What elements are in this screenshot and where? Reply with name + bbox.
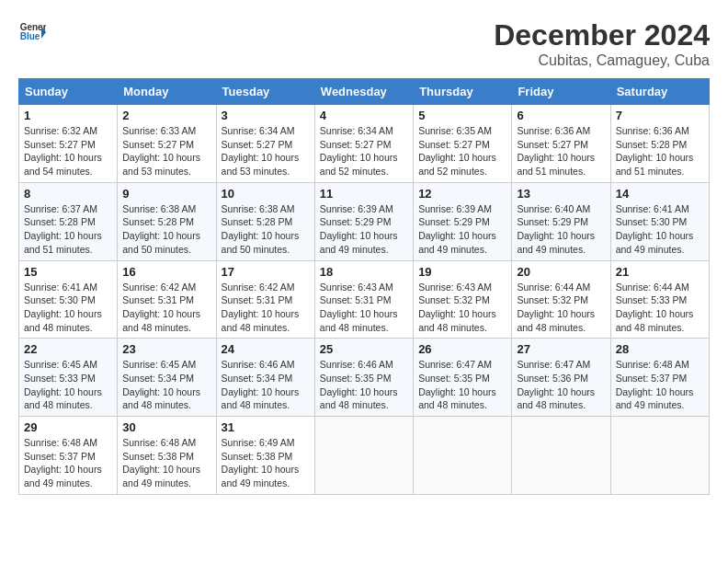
daylight-text: Daylight: 10 hours and 49 minutes.	[517, 230, 595, 255]
daylight-text: Daylight: 10 hours and 49 minutes.	[616, 386, 694, 411]
day-info: Sunrise: 6:41 AM Sunset: 5:30 PM Dayligh…	[24, 281, 112, 335]
weekday-header-friday: Friday	[512, 79, 610, 105]
day-number: 4	[320, 109, 408, 122]
sunrise-text: Sunrise: 6:46 AM	[320, 359, 393, 370]
day-number: 26	[418, 342, 506, 356]
daylight-text: Daylight: 10 hours and 54 minutes.	[24, 152, 102, 177]
daylight-text: Daylight: 10 hours and 51 minutes.	[517, 152, 595, 177]
sunrise-text: Sunrise: 6:36 AM	[517, 125, 590, 136]
day-info: Sunrise: 6:43 AM Sunset: 5:31 PM Dayligh…	[320, 281, 408, 335]
day-number: 15	[24, 265, 112, 279]
sunrise-text: Sunrise: 6:44 AM	[517, 282, 590, 293]
day-number: 7	[616, 109, 704, 122]
week-row-4: 22 Sunrise: 6:45 AM Sunset: 5:33 PM Dayl…	[19, 339, 710, 417]
sunrise-text: Sunrise: 6:39 AM	[320, 203, 393, 214]
sunset-text: Sunset: 5:32 PM	[418, 294, 490, 305]
calendar-cell: 12 Sunrise: 6:39 AM Sunset: 5:29 PM Dayl…	[414, 182, 512, 260]
day-info: Sunrise: 6:44 AM Sunset: 5:32 PM Dayligh…	[517, 281, 605, 335]
sunrise-text: Sunrise: 6:39 AM	[418, 203, 492, 214]
daylight-text: Daylight: 10 hours and 49 minutes.	[24, 464, 102, 488]
sunrise-text: Sunrise: 6:48 AM	[122, 437, 196, 448]
calendar-cell: 19 Sunrise: 6:43 AM Sunset: 5:32 PM Dayl…	[414, 260, 512, 339]
calendar-cell	[314, 417, 413, 495]
day-number: 22	[24, 342, 112, 356]
sunrise-text: Sunrise: 6:43 AM	[418, 282, 492, 293]
sunset-text: Sunset: 5:27 PM	[418, 139, 490, 150]
sunset-text: Sunset: 5:34 PM	[122, 373, 194, 384]
day-number: 21	[616, 265, 704, 279]
day-number: 3	[222, 109, 310, 122]
sunrise-text: Sunrise: 6:48 AM	[24, 437, 97, 448]
day-info: Sunrise: 6:34 AM Sunset: 5:27 PM Dayligh…	[222, 124, 310, 178]
title-area: December 2024 Cubitas, Camaguey, Cuba	[494, 18, 710, 69]
day-info: Sunrise: 6:33 AM Sunset: 5:27 PM Dayligh…	[122, 124, 210, 178]
sunset-text: Sunset: 5:29 PM	[418, 216, 490, 227]
sunset-text: Sunset: 5:34 PM	[222, 373, 293, 384]
day-info: Sunrise: 6:47 AM Sunset: 5:35 PM Dayligh…	[418, 358, 506, 412]
day-info: Sunrise: 6:47 AM Sunset: 5:36 PM Dayligh…	[517, 358, 605, 412]
day-number: 27	[517, 342, 605, 356]
sunset-text: Sunset: 5:28 PM	[222, 216, 293, 227]
daylight-text: Daylight: 10 hours and 48 minutes.	[122, 308, 200, 333]
sunrise-text: Sunrise: 6:33 AM	[122, 125, 196, 136]
daylight-text: Daylight: 10 hours and 49 minutes.	[320, 230, 398, 255]
sunset-text: Sunset: 5:36 PM	[517, 373, 588, 384]
calendar-cell: 3 Sunrise: 6:34 AM Sunset: 5:27 PM Dayli…	[216, 105, 314, 183]
sunset-text: Sunset: 5:27 PM	[122, 139, 194, 150]
day-info: Sunrise: 6:45 AM Sunset: 5:33 PM Dayligh…	[24, 358, 112, 412]
day-number: 2	[122, 109, 210, 122]
weekday-header-tuesday: Tuesday	[216, 79, 314, 105]
calendar-body: 1 Sunrise: 6:32 AM Sunset: 5:27 PM Dayli…	[19, 105, 710, 495]
weekday-header-saturday: Saturday	[610, 79, 709, 105]
sunset-text: Sunset: 5:35 PM	[418, 373, 490, 384]
calendar-cell: 5 Sunrise: 6:35 AM Sunset: 5:27 PM Dayli…	[414, 105, 512, 183]
sunrise-text: Sunrise: 6:38 AM	[222, 203, 295, 214]
week-row-5: 29 Sunrise: 6:48 AM Sunset: 5:37 PM Dayl…	[19, 417, 710, 495]
sunrise-text: Sunrise: 6:40 AM	[517, 203, 590, 214]
daylight-text: Daylight: 10 hours and 50 minutes.	[122, 230, 200, 255]
daylight-text: Daylight: 10 hours and 48 minutes.	[24, 308, 102, 333]
calendar-cell: 9 Sunrise: 6:38 AM Sunset: 5:28 PM Dayli…	[118, 182, 216, 260]
sunrise-text: Sunrise: 6:47 AM	[418, 359, 492, 370]
sunrise-text: Sunrise: 6:49 AM	[222, 437, 295, 448]
day-info: Sunrise: 6:43 AM Sunset: 5:32 PM Dayligh…	[418, 281, 506, 335]
sunset-text: Sunset: 5:38 PM	[222, 451, 293, 462]
day-number: 11	[320, 187, 408, 201]
day-number: 6	[517, 109, 605, 122]
daylight-text: Daylight: 10 hours and 48 minutes.	[222, 308, 300, 333]
sunset-text: Sunset: 5:31 PM	[222, 294, 293, 305]
sunrise-text: Sunrise: 6:46 AM	[222, 359, 295, 370]
calendar-table: SundayMondayTuesdayWednesdayThursdayFrid…	[18, 78, 710, 495]
day-number: 30	[122, 420, 210, 434]
daylight-text: Daylight: 10 hours and 50 minutes.	[222, 230, 300, 255]
day-info: Sunrise: 6:42 AM Sunset: 5:31 PM Dayligh…	[222, 281, 310, 335]
sunrise-text: Sunrise: 6:44 AM	[616, 282, 689, 293]
sunset-text: Sunset: 5:35 PM	[320, 373, 392, 384]
day-number: 24	[222, 342, 310, 356]
sunset-text: Sunset: 5:29 PM	[320, 216, 392, 227]
day-number: 5	[418, 109, 506, 122]
sunrise-text: Sunrise: 6:35 AM	[418, 125, 492, 136]
day-info: Sunrise: 6:44 AM Sunset: 5:33 PM Dayligh…	[616, 281, 704, 335]
daylight-text: Daylight: 10 hours and 48 minutes.	[517, 308, 595, 333]
day-info: Sunrise: 6:37 AM Sunset: 5:28 PM Dayligh…	[24, 202, 112, 257]
daylight-text: Daylight: 10 hours and 48 minutes.	[418, 308, 496, 333]
sunset-text: Sunset: 5:28 PM	[24, 216, 96, 227]
calendar-cell: 13 Sunrise: 6:40 AM Sunset: 5:29 PM Dayl…	[512, 182, 610, 260]
location-title: Cubitas, Camaguey, Cuba	[494, 52, 710, 69]
day-number: 23	[122, 342, 210, 356]
day-info: Sunrise: 6:46 AM Sunset: 5:35 PM Dayligh…	[320, 358, 408, 412]
calendar-cell: 8 Sunrise: 6:37 AM Sunset: 5:28 PM Dayli…	[19, 182, 118, 260]
sunset-text: Sunset: 5:30 PM	[616, 216, 688, 227]
calendar-cell: 1 Sunrise: 6:32 AM Sunset: 5:27 PM Dayli…	[19, 105, 118, 183]
sunset-text: Sunset: 5:27 PM	[24, 139, 96, 150]
calendar-cell: 20 Sunrise: 6:44 AM Sunset: 5:32 PM Dayl…	[512, 260, 610, 339]
day-info: Sunrise: 6:46 AM Sunset: 5:34 PM Dayligh…	[222, 358, 310, 412]
calendar-header: General Blue December 2024 Cubitas, Cama…	[18, 18, 710, 69]
sunset-text: Sunset: 5:28 PM	[122, 216, 194, 227]
sunrise-text: Sunrise: 6:41 AM	[24, 282, 97, 293]
sunrise-text: Sunrise: 6:34 AM	[320, 125, 393, 136]
week-row-2: 8 Sunrise: 6:37 AM Sunset: 5:28 PM Dayli…	[19, 182, 710, 260]
calendar-cell: 16 Sunrise: 6:42 AM Sunset: 5:31 PM Dayl…	[118, 260, 216, 339]
daylight-text: Daylight: 10 hours and 48 minutes.	[320, 386, 398, 411]
